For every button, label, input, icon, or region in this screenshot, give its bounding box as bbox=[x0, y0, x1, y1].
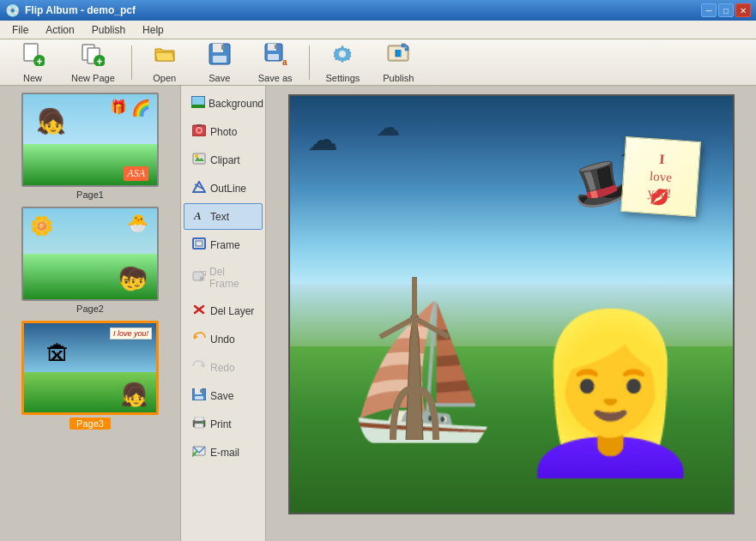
svg-point-27 bbox=[197, 129, 201, 132]
window-controls: ─ □ ✕ bbox=[701, 3, 751, 17]
svg-text:+: + bbox=[36, 56, 42, 66]
save-tool-label: Save bbox=[210, 390, 233, 402]
sep1 bbox=[131, 45, 132, 80]
settings-label: Settings bbox=[326, 73, 360, 83]
svg-rect-42 bbox=[200, 389, 202, 393]
minimize-button[interactable]: ─ bbox=[701, 3, 717, 17]
outline-icon bbox=[191, 181, 207, 195]
tool-text[interactable]: A Text bbox=[184, 203, 263, 230]
toolbar: + New + New Page Open bbox=[0, 39, 756, 86]
girl-photo: 👱‍♀️ bbox=[514, 316, 707, 470]
tool-save[interactable]: Save bbox=[184, 382, 263, 409]
svg-rect-24 bbox=[191, 105, 205, 108]
clipart-label: Clipart bbox=[210, 154, 240, 166]
tool-undo[interactable]: Undo bbox=[184, 326, 263, 352]
page-3-bg: 🏚 👧 I love you! bbox=[24, 323, 156, 412]
canvas-frame[interactable]: ☁ ☁ ☁ ⛵ bbox=[288, 94, 735, 514]
background-icon bbox=[191, 96, 205, 111]
new-label: New bbox=[23, 73, 42, 83]
tool-del-frame[interactable]: Del Frame bbox=[184, 260, 263, 296]
save-as-label: Save as bbox=[258, 73, 293, 83]
del-layer-icon bbox=[191, 304, 207, 318]
menu-help[interactable]: Help bbox=[134, 22, 172, 38]
publish-button[interactable]: 📘 → Publish bbox=[372, 43, 424, 82]
tool-panel: Background Photo Clipart OutLine A Text bbox=[180, 86, 266, 541]
frame-icon bbox=[191, 237, 207, 252]
tool-del-layer[interactable]: Del Layer bbox=[184, 298, 263, 324]
svg-rect-10 bbox=[221, 45, 224, 50]
new-icon: + bbox=[21, 42, 45, 71]
photo-label: Photo bbox=[210, 126, 237, 138]
open-label: Open bbox=[153, 73, 176, 83]
page-thumb-3[interactable]: 🏚 👧 I love you! Page3 bbox=[7, 321, 173, 430]
canvas-area: ☁ ☁ ☁ ⛵ bbox=[266, 86, 756, 541]
svg-text:→: → bbox=[402, 45, 408, 50]
del-layer-label: Del Layer bbox=[210, 305, 254, 317]
tool-background[interactable]: Background bbox=[184, 90, 263, 117]
page-1-bg: 🌈 🎁 👧 ASA bbox=[23, 94, 157, 185]
love-note: I love you! 💋 bbox=[620, 136, 701, 217]
svg-line-55 bbox=[380, 318, 414, 337]
page-panel: 🌈 🎁 👧 ASA Page1 🌼 🐣 👦 Page2 bbox=[0, 86, 180, 541]
svg-rect-35 bbox=[196, 241, 203, 246]
svg-line-53 bbox=[414, 318, 449, 337]
cloud-2: ☁ bbox=[376, 113, 400, 141]
tool-frame[interactable]: Frame bbox=[184, 231, 263, 258]
open-button[interactable]: Open bbox=[139, 43, 191, 82]
page-2-bg: 🌼 🐣 👦 bbox=[23, 208, 157, 299]
menu-file[interactable]: File bbox=[3, 22, 37, 38]
menu-action[interactable]: Action bbox=[37, 22, 82, 38]
page-thumb-1[interactable]: 🌈 🎁 👧 ASA Page1 bbox=[7, 93, 173, 200]
svg-rect-41 bbox=[195, 396, 203, 400]
text-icon: A bbox=[191, 209, 207, 224]
tool-clipart[interactable]: Clipart bbox=[184, 147, 263, 173]
svg-text:A: A bbox=[193, 209, 202, 221]
app-icon: 💿 bbox=[5, 3, 20, 17]
save-icon bbox=[208, 42, 232, 71]
new-page-button[interactable]: + New Page bbox=[62, 43, 124, 82]
settings-button[interactable]: Settings bbox=[317, 43, 370, 82]
frame-label: Frame bbox=[210, 239, 240, 251]
svg-rect-9 bbox=[213, 56, 227, 63]
tool-print[interactable]: Print bbox=[184, 411, 263, 437]
tool-photo[interactable]: Photo bbox=[184, 118, 263, 145]
undo-icon bbox=[191, 332, 207, 346]
save-tool-icon bbox=[191, 388, 207, 403]
svg-rect-45 bbox=[195, 424, 203, 428]
tool-email[interactable]: E-mail bbox=[184, 439, 263, 466]
new-button[interactable]: + New bbox=[7, 43, 58, 82]
new-page-icon: + bbox=[81, 42, 105, 71]
save-button[interactable]: Save bbox=[194, 43, 245, 82]
svg-rect-13 bbox=[268, 54, 279, 60]
svg-text:as: as bbox=[282, 57, 287, 66]
menu-publish[interactable]: Publish bbox=[83, 22, 134, 38]
save-as-button[interactable]: as Save as bbox=[249, 43, 302, 82]
clipart-icon bbox=[191, 153, 207, 167]
page-preview-3: 🏚 👧 I love you! bbox=[21, 321, 159, 415]
tool-outline[interactable]: OutLine bbox=[184, 175, 263, 201]
close-button[interactable]: ✕ bbox=[735, 3, 751, 17]
maximize-button[interactable]: □ bbox=[718, 3, 734, 17]
save-as-icon: as bbox=[263, 42, 287, 71]
page-2-label: Page2 bbox=[76, 304, 104, 314]
svg-rect-44 bbox=[195, 417, 203, 421]
svg-rect-34 bbox=[193, 238, 205, 249]
svg-point-17 bbox=[339, 51, 346, 57]
svg-marker-38 bbox=[200, 363, 204, 368]
sep2 bbox=[309, 45, 310, 80]
page-preview-2: 🌼 🐣 👦 bbox=[21, 207, 159, 301]
cloud-1: ☁ bbox=[307, 122, 338, 158]
window-title: Flip Album - demo_pcf bbox=[25, 4, 136, 16]
new-page-label: New Page bbox=[71, 73, 115, 83]
svg-text:+: + bbox=[97, 56, 103, 66]
settings-icon bbox=[330, 42, 354, 71]
svg-rect-14 bbox=[275, 45, 277, 49]
page-thumb-2[interactable]: 🌼 🐣 👦 Page2 bbox=[7, 207, 173, 314]
redo-icon bbox=[191, 360, 207, 375]
menu-bar: File Action Publish Help bbox=[0, 21, 756, 39]
windmill-img bbox=[337, 268, 492, 440]
page-1-label: Page1 bbox=[76, 189, 104, 200]
svg-marker-37 bbox=[194, 334, 198, 340]
print-icon bbox=[191, 417, 207, 431]
tool-redo[interactable]: Redo bbox=[184, 354, 263, 381]
